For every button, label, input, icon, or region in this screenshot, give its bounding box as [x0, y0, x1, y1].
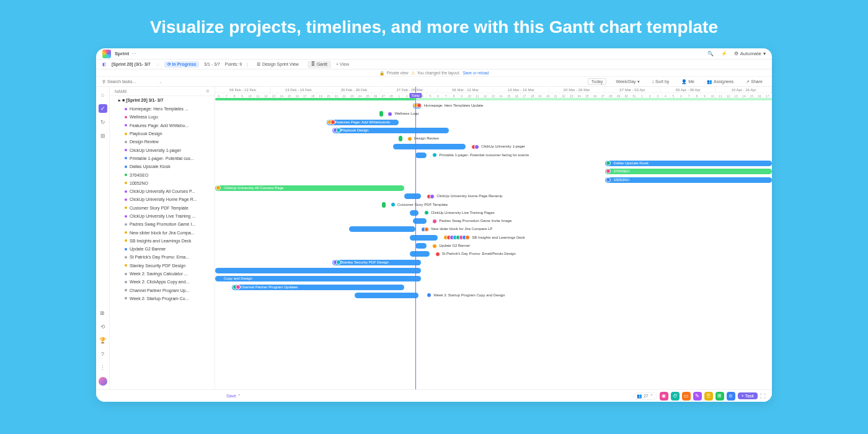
user-avatar[interactable]	[99, 377, 107, 386]
task-row[interactable]: Padres Swag Promotion Game I...	[110, 220, 215, 228]
assignee-avatar[interactable]	[432, 244, 437, 249]
bolt-icon[interactable]: ⚡	[720, 50, 728, 58]
gantt-row[interactable]: ClickUp University 1-pager	[215, 143, 772, 151]
docs-icon[interactable]: 🗎	[99, 309, 107, 317]
gantt-row[interactable]: Padres Swag Promotion Game Invite Image	[215, 217, 772, 225]
gantt-row[interactable]: Week 2: Startup Program Copy and Design	[215, 291, 772, 299]
gantt-bar[interactable]	[355, 293, 418, 298]
gantt-bar[interactable]	[415, 243, 427, 249]
search-icon[interactable]: 🔍	[707, 50, 714, 58]
add-column-icon[interactable]: ⊕	[206, 89, 210, 94]
assignee-avatar[interactable]	[432, 153, 437, 157]
task-row[interactable]: ClickUp University Live Training ...	[110, 212, 215, 220]
task-row[interactable]: 3704SEO	[110, 170, 215, 179]
trophy-icon[interactable]: 🏆	[99, 336, 107, 345]
task-row[interactable]: Printable 1-pager- Potential cus...	[110, 154, 215, 162]
gantt-bar[interactable]: Playbook Design	[332, 128, 450, 133]
gantt-row[interactable]: St Patrick's Day Promo: Email/Pendo Desi…	[215, 250, 772, 258]
assignee-avatar[interactable]	[606, 177, 611, 182]
task-row[interactable]: SB Insights and Learnings Deck	[110, 237, 215, 245]
gantt-row[interactable]: Wellness Logo	[215, 110, 772, 118]
chevron-down-icon[interactable]: ⌄	[159, 79, 162, 84]
gantt-row[interactable]	[215, 267, 772, 275]
gantt-bar[interactable]	[393, 144, 466, 149]
view-tab-list[interactable]: ☰ Design Sprint View	[253, 61, 303, 68]
gantt-bar[interactable]	[215, 268, 421, 273]
milestone-pill[interactable]	[379, 111, 383, 117]
search-input[interactable]	[107, 79, 157, 84]
assignee-avatar[interactable]	[424, 227, 429, 232]
help-icon[interactable]: ?	[99, 350, 107, 358]
gantt-row[interactable]: Design Review	[215, 135, 772, 143]
save-reload-link[interactable]: Save or reload	[463, 71, 489, 75]
task-row[interactable]: Week 2: Startup Program Co...	[110, 294, 215, 303]
more-icon[interactable]: ⋮	[99, 363, 107, 372]
gantt-bar[interactable]: 3704SEO	[605, 169, 772, 174]
gantt-bar[interactable]: ClickUp University All Courses Page	[215, 185, 404, 191]
footer-action-icon[interactable]: ▭	[682, 392, 691, 401]
gantt-bar[interactable]	[413, 218, 427, 224]
gantt-row[interactable]: ClickUp University All Courses Page	[215, 184, 772, 192]
task-row[interactable]: Dallas Upscale Kiosk	[110, 162, 215, 170]
assignee-avatar[interactable]	[427, 293, 432, 298]
gantt-bar[interactable]: Stanley Security PDF Design	[332, 260, 422, 265]
folder-icon[interactable]: ◧	[102, 62, 107, 67]
add-view-button[interactable]: + View	[336, 62, 349, 66]
gantt-row[interactable]: Update G2 Banner	[215, 242, 772, 250]
gantt-bar[interactable]: 10052NO	[605, 177, 772, 183]
footer-action-icon[interactable]: ⊞	[715, 392, 724, 401]
gantt-bar[interactable]	[413, 103, 422, 108]
gantt-row[interactable]: Customer Story PDF Template	[215, 201, 772, 209]
sprint-group-row[interactable]: ▸ ■ [Sprint 20] 3/1- 3/7	[110, 96, 215, 105]
gantt-row[interactable]: Stanley Security PDF Design	[215, 259, 772, 267]
task-row[interactable]: ClickUp University All Courses P...	[110, 187, 215, 195]
task-row[interactable]: Playbook Design	[110, 130, 215, 138]
scale-select[interactable]: Week/Day ▾	[613, 79, 642, 85]
assignee-avatar[interactable]	[435, 252, 440, 257]
expand-icon[interactable]: ⛶	[760, 393, 766, 399]
sync-icon[interactable]: ⟲	[99, 322, 107, 331]
task-row[interactable]: Wellness Logo	[110, 113, 215, 121]
refresh-icon[interactable]: ↻	[99, 118, 107, 126]
task-row[interactable]: Week 2: ClickApps Copy and...	[110, 278, 215, 286]
status-chip[interactable]: ⟳ In Progress	[164, 61, 199, 68]
assignee-avatar[interactable]	[216, 185, 221, 190]
assignees-filter[interactable]: 👥 Assignees	[704, 79, 737, 85]
gantt-bar[interactable]: Channel Partner Program Updates	[232, 285, 404, 290]
footer-action-icon[interactable]: ◉	[660, 392, 668, 401]
me-filter[interactable]: 👤 Me	[678, 79, 698, 85]
task-row[interactable]: Customer Story PDF Template	[110, 204, 215, 212]
task-row[interactable]: Update G2 Banner	[110, 245, 215, 253]
gantt-row[interactable]: 10052NO	[215, 176, 772, 184]
assignee-avatar[interactable]	[606, 161, 611, 166]
tasks-icon[interactable]: ✓	[99, 104, 107, 113]
milestone-pill[interactable]	[399, 136, 402, 141]
gantt-bar[interactable]	[410, 251, 429, 257]
assignee-avatar[interactable]	[388, 112, 392, 117]
footer-action-icon[interactable]: ✎	[693, 392, 702, 401]
filter-icon[interactable]: ⚲	[102, 79, 105, 84]
footer-action-icon[interactable]: ⎋	[727, 392, 735, 401]
gantt-row[interactable]: SB Insights and Learnings Deck	[215, 234, 772, 242]
footer-action-icon[interactable]: ☰	[704, 392, 713, 401]
assignee-avatar[interactable]	[465, 235, 470, 240]
new-task-button[interactable]: + Task	[738, 392, 758, 399]
gantt-area[interactable]: 06 Feb - 12 Feb13 Feb - 19 Feb20 Feb - 2…	[215, 87, 772, 389]
task-row[interactable]: Design Review	[110, 138, 215, 146]
gantt-row[interactable]: Printable 1-pager- Potential customer fa…	[215, 151, 772, 159]
gantt-bar[interactable]	[404, 193, 421, 199]
assignee-avatar[interactable]	[336, 128, 341, 133]
task-row[interactable]: 10052NO	[110, 179, 215, 187]
assignee-avatar[interactable]	[430, 194, 435, 199]
breadcrumb-more-icon[interactable]: ⋯	[131, 51, 136, 56]
view-tab-gantt[interactable]: ≣ Gantt	[308, 61, 331, 68]
task-row[interactable]: New slider block for Jira Compa...	[110, 228, 215, 236]
gantt-bar[interactable]	[415, 153, 427, 158]
assignee-avatar[interactable]	[391, 202, 396, 207]
task-row[interactable]: St Patrick's Day Promo: Ema...	[110, 253, 215, 261]
task-row[interactable]: Channel Partner Program Up...	[110, 286, 215, 294]
gantt-bar[interactable]: Copy and Design	[215, 276, 421, 281]
share-button[interactable]: ↗ Share	[743, 79, 766, 85]
sort-button[interactable]: ↕ Sort by	[649, 79, 673, 84]
footer-action-icon[interactable]: ⏱	[671, 392, 680, 401]
